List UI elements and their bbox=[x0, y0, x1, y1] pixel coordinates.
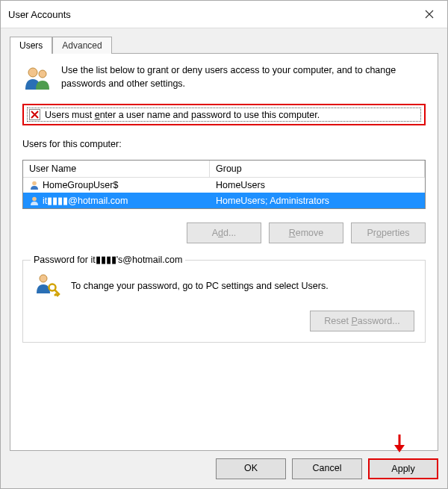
svg-point-2 bbox=[32, 181, 37, 186]
svg-point-0 bbox=[28, 68, 37, 77]
tab-users[interactable]: Users bbox=[10, 37, 52, 54]
svg-point-1 bbox=[39, 70, 46, 78]
user-icon bbox=[29, 180, 40, 190]
cancel-button[interactable]: Cancel bbox=[292, 458, 362, 479]
password-groupbox: Password for it▮▮▮▮'s@hotmail.com To cha… bbox=[22, 260, 426, 343]
svg-point-4 bbox=[40, 275, 47, 282]
cell-username: HomeGroupUser$ bbox=[23, 178, 210, 193]
properties-button[interactable]: Properties bbox=[351, 222, 426, 243]
client-area: Users Advanced Use the list below to gra… bbox=[1, 28, 447, 488]
cell-group: HomeUsers; Administrators bbox=[210, 193, 425, 208]
titlebar: User Accounts bbox=[1, 1, 447, 28]
checkbox-icon bbox=[29, 109, 40, 120]
arrow-annotation-icon bbox=[391, 433, 408, 458]
ok-button[interactable]: OK bbox=[216, 458, 286, 479]
tab-panel-users: Use the list below to grant or deny user… bbox=[10, 53, 438, 451]
dialog-buttons: OK Cancel Apply bbox=[10, 451, 438, 479]
users-listview[interactable]: User Name Group HomeGroupUser$ HomeUsers bbox=[22, 160, 426, 209]
column-header-username[interactable]: User Name bbox=[23, 161, 210, 178]
intro-row: Use the list below to grant or deny user… bbox=[22, 64, 426, 93]
cell-username: it▮▮▮▮@hotmail.com bbox=[23, 193, 210, 208]
close-button[interactable] bbox=[414, 5, 444, 23]
listview-header: User Name Group bbox=[23, 161, 425, 178]
password-group-text: To change your password, go to PC settin… bbox=[71, 281, 329, 291]
intro-text: Use the list below to grant or deny user… bbox=[61, 64, 426, 90]
column-header-group[interactable]: Group bbox=[210, 161, 425, 178]
key-icon bbox=[34, 271, 60, 300]
reset-password-button[interactable]: Reset Password... bbox=[310, 311, 414, 331]
must-enter-credentials-checkbox[interactable]: Users must enter a user name and passwor… bbox=[27, 108, 421, 122]
highlight-box-checkbox: Users must enter a user name and passwor… bbox=[22, 104, 426, 125]
password-group-caption: Password for it▮▮▮▮'s@hotmail.com bbox=[31, 254, 185, 265]
users-icon bbox=[22, 64, 52, 93]
user-icon bbox=[29, 196, 40, 206]
user-accounts-window: User Accounts Users Advanced Use the li bbox=[0, 0, 448, 489]
remove-button[interactable]: Remove bbox=[269, 222, 343, 243]
window-title: User Accounts bbox=[8, 9, 71, 20]
apply-button[interactable]: Apply bbox=[368, 458, 438, 479]
add-button[interactable]: Add... bbox=[187, 222, 261, 243]
table-row[interactable]: HomeGroupUser$ HomeUsers bbox=[23, 178, 425, 193]
cell-group: HomeUsers bbox=[210, 178, 425, 193]
table-row[interactable]: it▮▮▮▮@hotmail.com HomeUsers; Administra… bbox=[23, 193, 425, 208]
svg-point-3 bbox=[32, 196, 37, 201]
user-buttons-row: Add... Remove Properties bbox=[22, 222, 426, 243]
tab-strip: Users Advanced bbox=[10, 37, 438, 54]
close-icon bbox=[425, 10, 434, 19]
checkbox-label: Users must enter a user name and passwor… bbox=[45, 110, 320, 120]
users-list-caption: Users for this computer: bbox=[22, 139, 426, 149]
tab-advanced[interactable]: Advanced bbox=[52, 37, 111, 54]
